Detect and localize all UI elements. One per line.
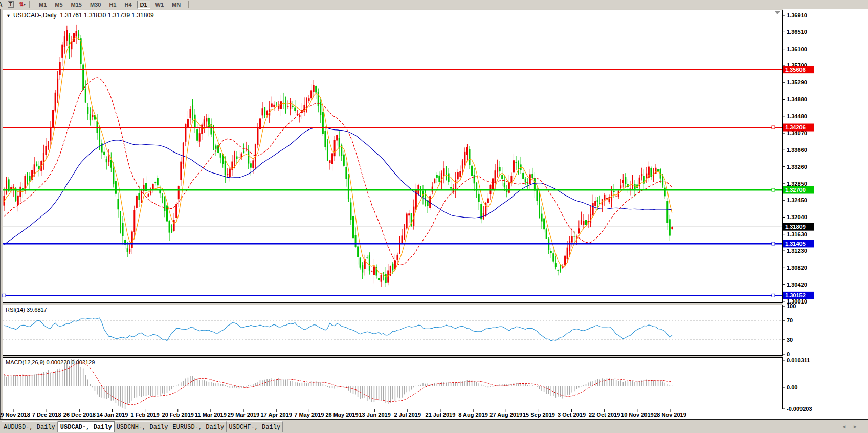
tab-usdchf[interactable]: USDCHF-, Daily	[227, 421, 283, 432]
candle-body	[438, 176, 440, 182]
candle-body	[243, 151, 244, 153]
price-tick-label: 1.30820	[787, 265, 807, 271]
candle-body	[597, 200, 598, 202]
candle-body	[646, 174, 647, 178]
candle-body	[257, 128, 258, 145]
candle-body	[48, 145, 49, 147]
candle-body	[641, 174, 642, 176]
tab-usdcad[interactable]: USDCAD-, Daily	[58, 421, 115, 432]
candle-body	[495, 170, 496, 183]
candle-body	[399, 243, 400, 254]
tab-usdcnh[interactable]: USDCNH-, Daily	[115, 421, 171, 432]
candle-body	[64, 36, 65, 47]
level-handle-1.34206[interactable]	[772, 126, 775, 129]
tab-audusd[interactable]: AUDUSD-, Daily	[2, 421, 58, 432]
tab-scroll-right-icon[interactable]: ►	[853, 424, 864, 429]
rsi-tick-label: 30	[787, 337, 793, 343]
candle-body	[129, 249, 130, 252]
candle-body	[266, 111, 268, 115]
tab-eurusd[interactable]: EURUSD-, Daily	[170, 421, 227, 432]
candle-body	[6, 181, 7, 193]
candle-body	[585, 220, 587, 225]
candle-body	[516, 162, 517, 163]
candle-body	[492, 178, 494, 189]
candle-body	[150, 192, 151, 193]
candle-body	[99, 129, 100, 142]
candle-body	[336, 135, 338, 140]
candle-body	[276, 105, 277, 105]
date-tick-label: 17 Apr 2019	[261, 412, 292, 418]
candle-body	[666, 201, 668, 223]
candle-body	[97, 121, 98, 133]
macd-signal-line	[4, 363, 672, 405]
date-tick-label: 14 Jan 2019	[97, 412, 128, 418]
level-handle-1.31405[interactable]	[772, 242, 775, 245]
candle-body	[248, 151, 249, 164]
candle-body	[127, 248, 128, 252]
price-badge-label: 1.30152	[785, 292, 806, 298]
tab-scroll-left-icon[interactable]: ◄	[841, 424, 853, 429]
level-handle-1.32700[interactable]	[772, 188, 775, 191]
candle-body	[148, 194, 149, 197]
price-tick-label: 1.34480	[787, 113, 807, 119]
candle-body	[402, 235, 403, 244]
candle-body	[360, 258, 361, 268]
chart-plot-area[interactable]: 1.369101.365101.361001.357001.352901.348…	[0, 0, 868, 433]
price-tick-label: 1.32040	[787, 214, 807, 220]
candle-body	[327, 146, 328, 161]
candle-body	[508, 182, 510, 193]
date-tick-label: 7 Dec 2018	[32, 412, 61, 418]
candle-body	[157, 178, 159, 185]
macd-label: MACD(12,26,9) 0.000228 0.002129	[6, 359, 95, 365]
candle-body	[613, 191, 615, 192]
candle-body	[250, 163, 252, 167]
price-tick-label: 1.32450	[787, 197, 807, 203]
candle-body	[122, 223, 124, 236]
level-handle-1.30152[interactable]	[772, 294, 775, 297]
candle-body	[552, 253, 554, 261]
candle-body	[220, 153, 221, 158]
candle-body	[108, 156, 109, 162]
chart-shift-marker-icon	[775, 11, 780, 14]
candle-body	[61, 45, 63, 58]
candle-body	[448, 174, 450, 182]
level-handle-1.30152[interactable]	[3, 294, 6, 297]
candle-body	[180, 162, 182, 180]
candle-body	[90, 114, 91, 120]
candle-body	[234, 155, 235, 162]
candle-body	[17, 196, 19, 205]
candle-body	[308, 98, 310, 101]
candle-body	[550, 251, 552, 253]
candle-body	[190, 109, 191, 118]
candle-body	[578, 228, 580, 233]
candle-body	[471, 166, 473, 176]
collapse-icon[interactable]: ▼	[6, 13, 11, 18]
candle-body	[271, 103, 273, 107]
candle-body	[110, 160, 112, 167]
candle-body	[573, 236, 575, 236]
date-tick-label: 28 Nov 2019	[654, 412, 686, 418]
date-tick-label: 27 Aug 2019	[489, 412, 522, 418]
candle-body	[383, 273, 384, 273]
candle-body	[499, 167, 501, 171]
candle-body	[178, 186, 180, 199]
candle-body	[534, 178, 536, 191]
candle-body	[238, 158, 240, 158]
candle-body	[185, 124, 186, 142]
candle-body	[352, 216, 354, 238]
candle-body	[487, 198, 489, 203]
price-badge-label: 1.35606	[785, 67, 806, 73]
candle-body	[292, 106, 294, 107]
candle-body	[625, 177, 626, 184]
candle-body	[664, 188, 666, 197]
candle-body	[408, 213, 410, 215]
candle-body	[583, 221, 584, 225]
macd-histogram	[4, 359, 672, 409]
candle-body	[141, 191, 142, 199]
candle-body	[539, 199, 540, 213]
candle-body	[404, 228, 405, 239]
candle-body	[87, 107, 88, 114]
rsi-tick-label: 100	[787, 303, 796, 309]
candle-body	[236, 156, 238, 159]
price-tick-label: 1.32850	[787, 181, 807, 187]
